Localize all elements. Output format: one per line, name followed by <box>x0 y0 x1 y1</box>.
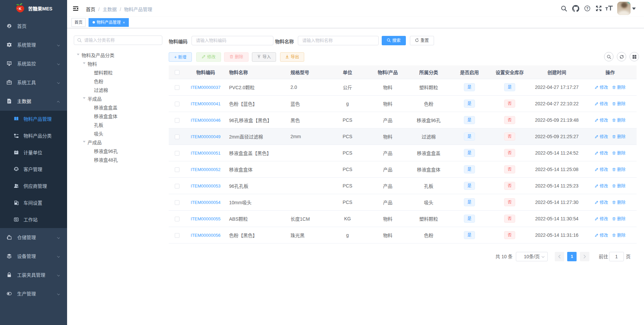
svg-text:?: ? <box>586 6 588 10</box>
svg-text:K: K <box>19 6 22 11</box>
